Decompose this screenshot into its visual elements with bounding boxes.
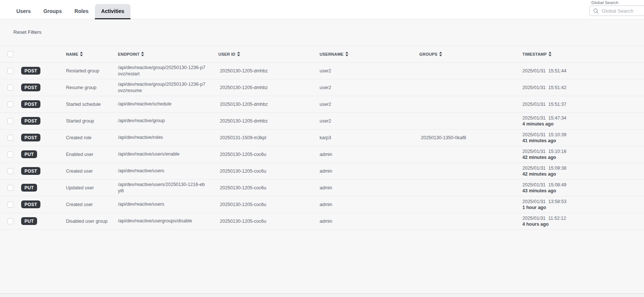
endpoint: /api/dev/reactive/users/20250130-1216-eb… <box>118 182 211 194</box>
tabs: Users Groups Roles Activities <box>0 0 644 19</box>
global-search-label: Global Search <box>589 0 644 5</box>
row-checkbox[interactable] <box>7 185 13 191</box>
groups <box>419 179 520 196</box>
timestamp-date: 2025/01/31 13:58:53 <box>522 199 644 205</box>
search-icon <box>593 8 599 14</box>
activity-name: Resume group <box>66 79 118 96</box>
username: karp3 <box>320 129 419 146</box>
activity-row: POST Resume group /api/dev/reactive/grou… <box>0 79 644 96</box>
column-label: USER ID <box>218 52 235 56</box>
activities-table: NAME ENDPOINT USER ID USERNAME GROUPS TI… <box>0 46 644 230</box>
column-header-user-id[interactable]: USER ID <box>218 46 320 62</box>
username: admin <box>320 213 419 229</box>
tab-users[interactable]: Users <box>10 4 37 19</box>
timestamp: 2025/01/31 15:51:42 <box>520 79 644 96</box>
username: user2 <box>320 62 419 79</box>
user-id: 20250130-1205-coc6u <box>218 163 320 179</box>
timestamp: 2025/01/31 15:10:1642 minutes ago <box>520 146 644 163</box>
timestamp-ago: 43 minutes ago <box>522 188 644 194</box>
sort-icon <box>548 52 552 56</box>
activity-name: Enabled user <box>66 146 118 163</box>
groups <box>419 163 520 179</box>
timestamp-ago: 42 minutes ago <box>522 171 644 177</box>
user-id: 20250130-1205-coc6u <box>218 196 320 213</box>
row-checkbox[interactable] <box>7 85 13 91</box>
method-badge: PUT <box>21 217 37 225</box>
activity-row: PUT Disabled user group /api/dev/reactiv… <box>0 213 644 229</box>
column-label: GROUPS <box>419 52 437 56</box>
timestamp-ago: 41 minutes ago <box>522 138 644 144</box>
user-id: 20250130-1205-dmhbz <box>218 79 320 96</box>
timestamp-date: 2025/01/31 15:51:42 <box>522 85 644 91</box>
row-checkbox[interactable] <box>7 135 13 141</box>
sort-icon <box>80 52 83 56</box>
activity-name: Started group <box>66 112 118 129</box>
timestamp: 2025/01/31 15:10:3941 minutes ago <box>520 129 644 146</box>
global-search-box[interactable] <box>589 6 644 16</box>
reset-filters-button[interactable]: Reset Filters <box>13 29 42 35</box>
column-header-username[interactable]: USERNAME <box>320 46 419 62</box>
activity-row: POST Started schedule /api/dev/reactive/… <box>0 96 644 112</box>
activity-name: Created user <box>66 196 118 213</box>
timestamp-date: 2025/01/31 15:51:44 <box>522 68 644 74</box>
column-label: NAME <box>66 52 78 56</box>
username: admin <box>320 196 419 213</box>
activity-row: POST Started group /api/dev/reactive/gro… <box>0 112 644 129</box>
activity-name: Disabled user group <box>66 213 118 229</box>
global-search-input[interactable] <box>602 8 644 14</box>
timestamp-date: 2025/01/31 15:08:49 <box>522 182 644 188</box>
method-badge: PUT <box>21 150 37 158</box>
endpoint: /api/dev/reactive/users/enable <box>118 151 211 157</box>
column-header-groups[interactable]: GROUPS <box>419 46 520 62</box>
sort-icon <box>439 52 442 56</box>
activity-name: Created role <box>66 129 118 146</box>
timestamp: 2025/01/31 15:47:344 minutes ago <box>520 112 644 129</box>
timestamp-date: 2025/01/31 15:47:34 <box>522 115 644 121</box>
top-tab-bar: Users Groups Roles Activities Global Sea… <box>0 0 644 19</box>
timestamp-ago: 4 minutes ago <box>522 121 644 127</box>
endpoint: /api/dev/reactive/usergroups/disable <box>118 218 211 224</box>
timestamp: 2025/01/31 11:52:124 hours ago <box>520 213 644 229</box>
username: admin <box>320 163 419 179</box>
tab-groups[interactable]: Groups <box>37 4 68 19</box>
row-checkbox[interactable] <box>7 101 13 107</box>
row-checkbox[interactable] <box>7 168 13 174</box>
sort-icon <box>141 52 144 56</box>
endpoint: /api/dev/reactive/users <box>118 201 211 208</box>
timestamp-date: 2025/01/31 15:09:38 <box>522 165 644 171</box>
activities-page: Users Groups Roles Activities Global Sea… <box>0 0 644 297</box>
timestamp-date: 2025/01/31 11:52:12 <box>522 215 644 221</box>
column-label: USERNAME <box>320 52 344 56</box>
row-checkbox[interactable] <box>7 68 13 74</box>
activity-row: POST Restarted group /api/dev/reactive/g… <box>0 62 644 79</box>
groups <box>419 96 520 112</box>
activity-name: Created user <box>66 163 118 179</box>
groups: 20250130-1350-0kaf8 <box>419 129 520 146</box>
groups <box>419 62 520 79</box>
user-id: 20250130-1205-coc6u <box>218 213 320 229</box>
username: user2 <box>320 79 419 96</box>
user-id: 20250130-1205-dmhbz <box>218 62 320 79</box>
row-checkbox[interactable] <box>7 218 13 224</box>
groups <box>419 213 520 229</box>
user-id: 20250131-1509-m3kpl <box>218 129 320 146</box>
bottom-scrollbar-track[interactable] <box>0 293 644 297</box>
row-checkbox[interactable] <box>7 118 13 124</box>
row-checkbox[interactable] <box>7 151 13 157</box>
endpoint: /api/dev/reactive/users <box>118 168 211 174</box>
method-badge: PUT <box>21 184 37 192</box>
timestamp-ago: 1 hour ago <box>522 205 644 210</box>
timestamp-date: 2025/01/31 15:10:39 <box>522 132 644 138</box>
row-checkbox[interactable] <box>7 202 13 208</box>
tab-activities[interactable]: Activities <box>95 4 131 19</box>
select-all-checkbox[interactable] <box>7 51 13 57</box>
tab-roles[interactable]: Roles <box>68 4 95 19</box>
method-badge: POST <box>21 200 40 208</box>
column-header-timestamp[interactable]: TIMESTAMP <box>520 46 644 62</box>
username: user2 <box>320 112 419 129</box>
method-badge: POST <box>21 117 40 125</box>
column-header-endpoint[interactable]: ENDPOINT <box>118 46 218 62</box>
activity-name: Updated user <box>66 179 118 196</box>
method-badge: POST <box>21 67 40 75</box>
column-header-name[interactable]: NAME <box>66 46 118 62</box>
